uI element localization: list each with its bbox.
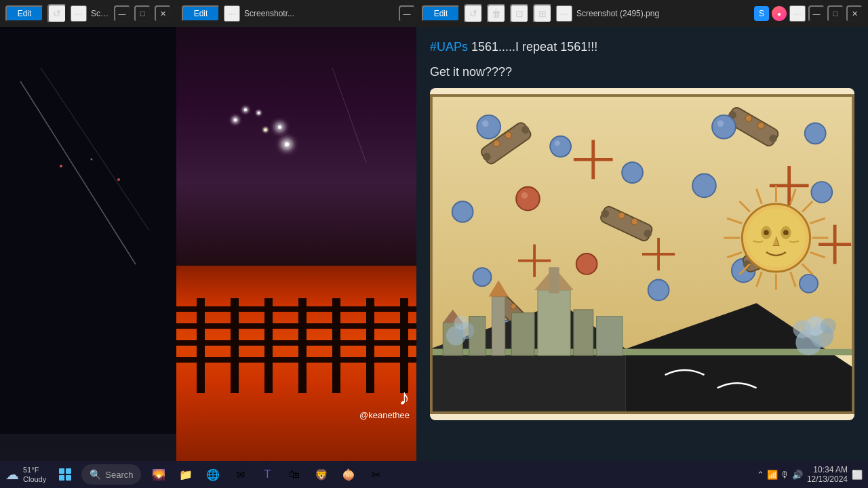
sphere10 <box>648 280 669 301</box>
left-maximize-button[interactable]: □ <box>134 5 151 22</box>
taskbar-volume[interactable]: 🔊 <box>792 470 803 480</box>
taskbar-chevron-up[interactable]: ⌃ <box>757 470 764 480</box>
windows-taskbar: ☁ 51°F Cloudy 🔍 Search 🌄 📁 🌐 ✉ T 🛍 🦁 🧅 ✂ <box>0 461 868 488</box>
building3 <box>511 313 534 356</box>
medieval-woodcut-svg <box>430 88 854 420</box>
taskbar-app-teams[interactable]: T <box>255 462 279 487</box>
mid-more-button[interactable]: ··· <box>224 5 240 22</box>
taskbar-app-edge[interactable]: 🌐 <box>201 462 225 487</box>
mid-panel: ♪ @keanethee <box>176 27 416 461</box>
main-area: ♪ @keanethee #UAPs 1561.....I repeat 156… <box>0 27 868 461</box>
medieval-image-container <box>430 88 854 420</box>
left-more-button[interactable]: ··· <box>71 5 87 22</box>
taskbar-mic[interactable]: 🎙 <box>781 470 789 480</box>
clock-date: 12/13/2024 <box>807 474 848 484</box>
right-panel: #UAPs 1561.....I repeat 1561!!! Get it n… <box>416 27 868 461</box>
building4 <box>574 310 593 355</box>
sphere5 <box>452 201 473 222</box>
sphere-red2 <box>576 253 597 274</box>
windows-logo <box>59 468 71 481</box>
taskbar-apps: 🌄 📁 🌐 ✉ T 🛍 🦁 🧅 ✂ <box>146 462 388 487</box>
taskbar-network[interactable]: 📶 <box>767 470 778 480</box>
taskbar-app-store[interactable]: 🛍 <box>282 462 307 487</box>
svg-point-4 <box>117 178 120 181</box>
left-image <box>0 27 176 461</box>
right-share-button[interactable]: ⊡ <box>510 4 529 23</box>
svg-point-81 <box>454 316 469 330</box>
app-icon-blue: S <box>754 6 769 21</box>
right-window-title: Screenshot (2495).png <box>576 9 750 18</box>
weather-widget[interactable]: ☁ 51°F Cloudy <box>0 465 52 485</box>
sphere9 <box>473 268 492 286</box>
svg-line-6 <box>332 68 366 163</box>
search-label: Search <box>105 470 133 480</box>
sphere12 <box>800 274 818 293</box>
svg-point-3 <box>60 165 62 167</box>
left-window-title: Screenshotr... <box>91 9 110 18</box>
taskbar-app-snip[interactable]: ✂ <box>363 462 388 487</box>
svg-point-77 <box>793 320 811 338</box>
sphere7 <box>692 174 716 198</box>
building5 <box>597 316 623 355</box>
taskbar-right: ⌃ 📶 🎙 🔊 10:34 AM 12/13/2024 ⬜ <box>757 465 868 484</box>
svg-point-69 <box>783 230 789 235</box>
sphere2 <box>550 136 571 157</box>
sphere8 <box>811 182 832 203</box>
right-more-button[interactable]: ··· <box>556 5 572 22</box>
right-close-button[interactable]: ✕ <box>846 5 863 22</box>
mid-minimize-button[interactable]: — <box>399 5 415 22</box>
right-edit-button[interactable]: Edit <box>422 5 460 22</box>
sphere3 <box>712 115 736 139</box>
right-history-button[interactable]: ↺ <box>464 4 483 23</box>
weather-condition: Cloudy <box>23 474 46 484</box>
weather-info: 51°F Cloudy <box>23 465 46 485</box>
tiktok-handle: @keanethee <box>359 410 410 420</box>
search-icon: 🔍 <box>90 469 101 480</box>
right-minimize-button[interactable]: — <box>808 5 825 22</box>
sphere-red1 <box>516 187 540 211</box>
weather-icon: ☁ <box>5 466 19 483</box>
tiktok-logo-icon: ♪ <box>359 385 410 410</box>
taskbar-app-explorer[interactable]: 📁 <box>174 462 198 487</box>
svg-point-22 <box>717 121 724 127</box>
taskbar-app-brave[interactable]: 🦁 <box>309 462 334 487</box>
hashtag-uaps: #UAPs <box>430 40 468 54</box>
svg-point-23 <box>521 192 528 199</box>
taskbar-app-tor[interactable]: 🧅 <box>336 462 361 487</box>
post-text-main: 1561.....I repeat 1561!!! <box>471 40 597 54</box>
taskbar-app-photos[interactable]: 🌄 <box>146 462 171 487</box>
tower1 <box>492 297 505 356</box>
svg-rect-0 <box>0 27 176 434</box>
mid-titlebar: Edit ··· Screenshotr... — <box>176 0 420 27</box>
start-button[interactable] <box>52 461 79 488</box>
post-text: #UAPs 1561.....I repeat 1561!!! <box>430 38 854 56</box>
right-maximize-button[interactable]: □ <box>827 5 844 22</box>
right-trash-button[interactable]: 🗑 <box>487 4 506 23</box>
clock-time: 10:34 AM <box>807 465 848 474</box>
app-icon-pink: ● <box>772 6 787 21</box>
left-close-button[interactable]: ✕ <box>155 5 171 22</box>
taskbar-app-mail[interactable]: ✉ <box>228 462 252 487</box>
mid-window-title: Screenshotr... <box>244 9 395 18</box>
cathedral <box>538 290 570 355</box>
svg-point-20 <box>482 121 489 127</box>
tiktok-video: ♪ @keanethee <box>176 27 416 461</box>
left-minimize-button[interactable]: — <box>114 5 130 22</box>
right-titlebar-more[interactable]: ··· <box>789 5 806 22</box>
post-text-line2: Get it now???? <box>430 63 854 81</box>
taskbar-search[interactable]: 🔍 Search <box>81 464 141 485</box>
right-export-button[interactable]: ⊞ <box>533 4 552 23</box>
taskbar-notification[interactable]: ⬜ <box>852 470 863 480</box>
svg-point-5 <box>91 159 93 161</box>
sun <box>724 186 828 290</box>
left-edit-button[interactable]: Edit <box>5 5 43 22</box>
sphere6 <box>622 162 643 183</box>
left-history-button[interactable]: ↺ <box>47 4 66 23</box>
left-titlebar: Edit ↺ ··· Screenshotr... — □ ✕ <box>0 0 176 27</box>
left-sky-svg <box>0 27 176 434</box>
system-clock[interactable]: 10:34 AM 12/13/2024 <box>807 465 848 484</box>
mid-edit-button[interactable]: Edit <box>182 5 220 22</box>
svg-point-68 <box>764 230 769 235</box>
system-icons: ⌃ 📶 🎙 🔊 <box>757 470 803 480</box>
sphere4 <box>805 123 826 144</box>
